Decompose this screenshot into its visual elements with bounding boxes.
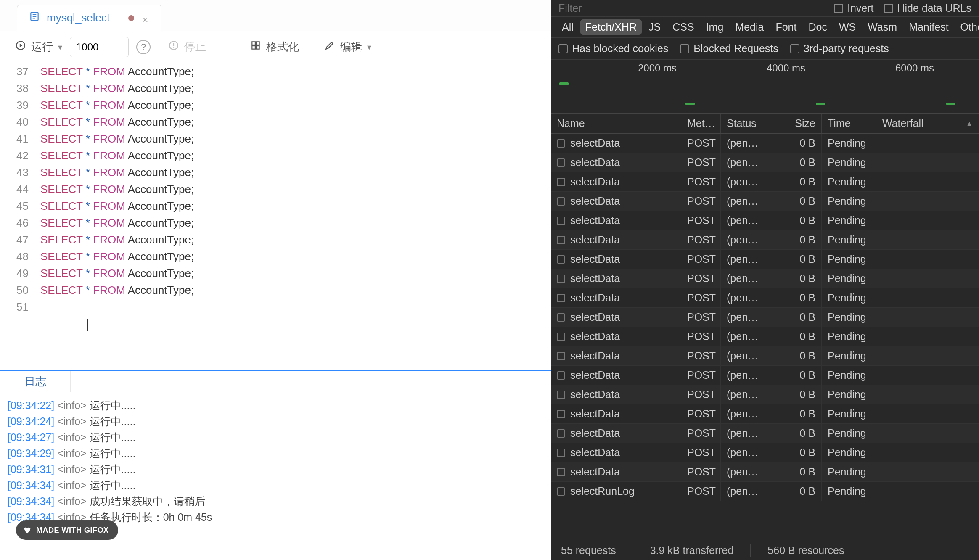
filter-chip-ws[interactable]: WS xyxy=(834,19,861,35)
checkbox-icon xyxy=(558,44,568,53)
request-row[interactable]: selectDataPOST(pen…0 BPending xyxy=(551,153,979,172)
help-icon[interactable]: ? xyxy=(136,40,151,54)
checkbox-icon[interactable] xyxy=(557,217,565,225)
checkbox-icon[interactable] xyxy=(557,158,565,167)
filter-chip-manifest[interactable]: Manifest xyxy=(904,19,953,35)
format-button[interactable]: 格式化 xyxy=(250,40,299,54)
row-limit-input[interactable] xyxy=(70,37,129,57)
code-line[interactable]: SELECT * FROM AccountType; xyxy=(40,63,551,80)
code-line[interactable]: SELECT * FROM AccountType; xyxy=(40,198,551,214)
checkbox-icon[interactable] xyxy=(557,487,565,496)
filter-chips: AllFetch/XHRJSCSSImgMediaFontDocWSWasmMa… xyxy=(551,17,979,38)
chevron-down-icon: ▾ xyxy=(367,42,371,52)
log-tab-label: 日志 xyxy=(24,374,46,389)
run-button[interactable]: 运行 ▾ xyxy=(15,40,62,54)
sql-editor[interactable]: 373839404142434445464748495051 SELECT * … xyxy=(0,63,551,370)
request-row[interactable]: selectDataPOST(pen…0 BPending xyxy=(551,327,979,346)
timeline[interactable]: 2000 ms4000 ms6000 ms xyxy=(551,60,979,114)
col-status[interactable]: Status xyxy=(721,114,761,133)
col-waterfall[interactable]: Waterfall▲ xyxy=(876,114,979,133)
request-row[interactable]: selectDataPOST(pen…0 BPending xyxy=(551,308,979,327)
checkbox-icon[interactable] xyxy=(557,275,565,283)
request-row[interactable]: selectDataPOST(pen…0 BPending xyxy=(551,172,979,192)
checkbox-icon[interactable] xyxy=(557,313,565,322)
request-row[interactable]: selectDataPOST(pen…0 BPending xyxy=(551,462,979,482)
gifox-icon xyxy=(23,526,32,535)
request-row[interactable]: selectDataPOST(pen…0 BPending xyxy=(551,346,979,366)
log-line: [09:34:22] <info> 运行中..... xyxy=(8,397,543,413)
col-time[interactable]: Time xyxy=(822,114,876,133)
blocked-cookies-checkbox[interactable]: Has blocked cookies xyxy=(558,42,668,55)
request-row[interactable]: selectDataPOST(pen…0 BPending xyxy=(551,269,979,288)
code-line[interactable]: SELECT * FROM AccountType; xyxy=(40,181,551,198)
col-size[interactable]: Size xyxy=(761,114,822,133)
col-method[interactable]: Met… xyxy=(681,114,721,133)
checkbox-icon[interactable] xyxy=(557,371,565,380)
code-line[interactable]: SELECT * FROM AccountType; xyxy=(40,282,551,298)
pencil-icon xyxy=(324,40,335,54)
checkbox-icon[interactable] xyxy=(557,197,565,206)
code-line[interactable]: SELECT * FROM AccountType; xyxy=(40,265,551,282)
request-row[interactable]: selectDataPOST(pen…0 BPending xyxy=(551,192,979,211)
filter-input[interactable] xyxy=(558,2,824,14)
checkbox-icon[interactable] xyxy=(557,139,565,148)
code-line[interactable] xyxy=(40,298,551,315)
log-line: [09:34:27] <info> 运行中..... xyxy=(8,429,543,445)
code-line[interactable]: SELECT * FROM AccountType; xyxy=(40,97,551,114)
code-line[interactable]: SELECT * FROM AccountType; xyxy=(40,80,551,97)
code-line[interactable]: SELECT * FROM AccountType; xyxy=(40,164,551,181)
network-table-body[interactable]: selectDataPOST(pen…0 BPendingselectDataP… xyxy=(551,134,979,541)
request-row[interactable]: selectDataPOST(pen…0 BPending xyxy=(551,404,979,424)
filter-chip-js[interactable]: JS xyxy=(643,19,666,35)
checkbox-icon[interactable] xyxy=(557,391,565,399)
request-row[interactable]: selectDataPOST(pen…0 BPending xyxy=(551,288,979,308)
request-row[interactable]: selectDataPOST(pen…0 BPending xyxy=(551,134,979,153)
third-party-checkbox[interactable]: 3rd-party requests xyxy=(790,42,889,55)
filter-chip-img[interactable]: Img xyxy=(701,19,729,35)
blocked-requests-checkbox[interactable]: Blocked Requests xyxy=(680,42,778,55)
code-line[interactable]: SELECT * FROM AccountType; xyxy=(40,147,551,164)
filter-chip-fetchxhr[interactable]: Fetch/XHR xyxy=(580,19,642,35)
code-line[interactable]: SELECT * FROM AccountType; xyxy=(40,130,551,147)
col-name[interactable]: Name xyxy=(551,114,681,133)
filter-chip-media[interactable]: Media xyxy=(730,19,769,35)
checkbox-icon[interactable] xyxy=(557,178,565,186)
checkbox-icon[interactable] xyxy=(557,449,565,457)
request-row[interactable]: selectDataPOST(pen…0 BPending xyxy=(551,443,979,462)
close-icon[interactable] xyxy=(141,14,149,22)
filter-chip-font[interactable]: Font xyxy=(770,19,802,35)
checkbox-icon[interactable] xyxy=(557,236,565,244)
hide-urls-checkbox[interactable]: Hide data URLs xyxy=(884,2,971,14)
request-row[interactable]: selectDataPOST(pen…0 BPending xyxy=(551,366,979,385)
checkbox-icon[interactable] xyxy=(557,294,565,302)
edit-button[interactable]: 编辑 ▾ xyxy=(324,40,371,54)
request-row[interactable]: selectRunLogPOST(pen…0 BPending xyxy=(551,482,979,501)
timeline-tick: 2000 ms xyxy=(638,62,677,74)
code-line[interactable]: SELECT * FROM AccountType; xyxy=(40,231,551,248)
request-row[interactable]: selectDataPOST(pen…0 BPending xyxy=(551,424,979,443)
code-line[interactable]: SELECT * FROM AccountType; xyxy=(40,114,551,130)
svg-rect-5 xyxy=(252,46,255,49)
invert-checkbox[interactable]: Invert xyxy=(834,2,874,14)
request-row[interactable]: selectDataPOST(pen…0 BPending xyxy=(551,250,979,269)
code-area[interactable]: SELECT * FROM AccountType;SELECT * FROM … xyxy=(40,63,551,370)
checkbox-icon[interactable] xyxy=(557,333,565,341)
request-row[interactable]: selectDataPOST(pen…0 BPending xyxy=(551,385,979,404)
code-line[interactable]: SELECT * FROM AccountType; xyxy=(40,214,551,231)
filter-chip-all[interactable]: All xyxy=(557,19,579,35)
checkbox-icon[interactable] xyxy=(557,255,565,264)
code-line[interactable]: SELECT * FROM AccountType; xyxy=(40,248,551,265)
checkbox-icon[interactable] xyxy=(557,410,565,418)
filter-chip-wasm[interactable]: Wasm xyxy=(863,19,902,35)
checkbox-icon[interactable] xyxy=(557,468,565,476)
filter-chip-doc[interactable]: Doc xyxy=(803,19,832,35)
request-row[interactable]: selectDataPOST(pen…0 BPending xyxy=(551,230,979,250)
filter-chip-other[interactable]: Other xyxy=(955,19,979,35)
checkbox-icon[interactable] xyxy=(557,352,565,360)
request-row[interactable]: selectDataPOST(pen…0 BPending xyxy=(551,211,979,230)
tab-log[interactable]: 日志 xyxy=(0,371,71,392)
filter-chip-css[interactable]: CSS xyxy=(667,19,699,35)
tab-mysql-select[interactable]: mysql_select xyxy=(17,5,161,31)
checkbox-icon[interactable] xyxy=(557,429,565,438)
checkbox-icon xyxy=(680,44,689,53)
